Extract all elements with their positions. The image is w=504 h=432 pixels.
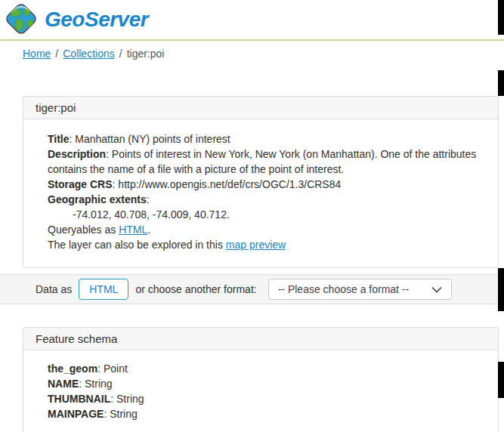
page: GeoServer Home/Collections/tiger:poi tig… xyxy=(0,0,504,432)
screen-edge-artifact xyxy=(498,362,504,398)
collection-panel: tiger:poi Title: Manhattan (NY) points o… xyxy=(23,96,499,268)
geoserver-logo: GeoServer xyxy=(4,2,148,39)
queryables-row: Queryables as HTML. xyxy=(48,222,487,237)
geoserver-logo-text: GeoServer xyxy=(45,8,148,32)
breadcrumb: Home/Collections/tiger:poi xyxy=(0,41,504,62)
screen-edge-artifact xyxy=(498,0,504,35)
format-select[interactable]: -- Please choose a format -- xyxy=(268,279,452,300)
feature-schema-body: the_geom: Point NAME: String THUMBNAIL: … xyxy=(23,350,498,432)
collection-extents-value: -74.012, 40.708, -74.009, 40.712. xyxy=(48,207,487,222)
breadcrumb-current-item: tiger:poi xyxy=(127,48,165,60)
format-bar-prefix: Data as xyxy=(36,283,72,295)
collection-panel-title: tiger:poi xyxy=(23,97,498,119)
breadcrumb-collections-link[interactable]: Collections xyxy=(63,48,114,60)
schema-attribute-row: MAINPAGE: String xyxy=(48,406,487,421)
collection-panel-body: Title: Manhattan (NY) points of interest… xyxy=(23,119,498,267)
site-header: GeoServer xyxy=(0,0,504,39)
collection-title-row: Title: Manhattan (NY) points of interest xyxy=(48,131,487,147)
map-preview-row: The layer can also be explored in this m… xyxy=(48,237,487,252)
format-bar-middle-label: or choose another format: xyxy=(135,283,256,295)
schema-attribute-row: THUMBNAIL: String xyxy=(48,391,487,406)
breadcrumb-separator: / xyxy=(119,48,122,60)
map-preview-link[interactable]: map preview xyxy=(226,239,286,251)
schema-attribute-row: the_geom: Point xyxy=(48,361,487,376)
html-format-button[interactable]: HTML xyxy=(79,279,128,300)
feature-schema-title: Feature schema xyxy=(23,328,498,350)
breadcrumb-separator: / xyxy=(55,48,58,60)
breadcrumb-home-link[interactable]: Home xyxy=(23,48,51,60)
queryables-html-link[interactable]: HTML xyxy=(119,224,147,236)
collection-extents-label-row: Geographic extents: xyxy=(48,192,487,207)
screen-edge-artifact xyxy=(498,268,504,311)
geoserver-globe-icon xyxy=(4,2,39,39)
screen-edge-artifact xyxy=(498,70,504,96)
chevron-down-icon xyxy=(431,283,442,295)
collection-description-row: Description: Points of interest in New Y… xyxy=(48,147,487,177)
format-bar: Data as HTML or choose another format: -… xyxy=(0,274,504,304)
schema-attribute-row: NAME: String xyxy=(48,376,487,391)
feature-schema-panel: Feature schema the_geom: Point NAME: Str… xyxy=(23,327,499,432)
collection-storage-crs-row: Storage CRS: http://www.opengis.net/def/… xyxy=(48,177,487,192)
format-select-value: -- Please choose a format -- xyxy=(278,283,410,295)
